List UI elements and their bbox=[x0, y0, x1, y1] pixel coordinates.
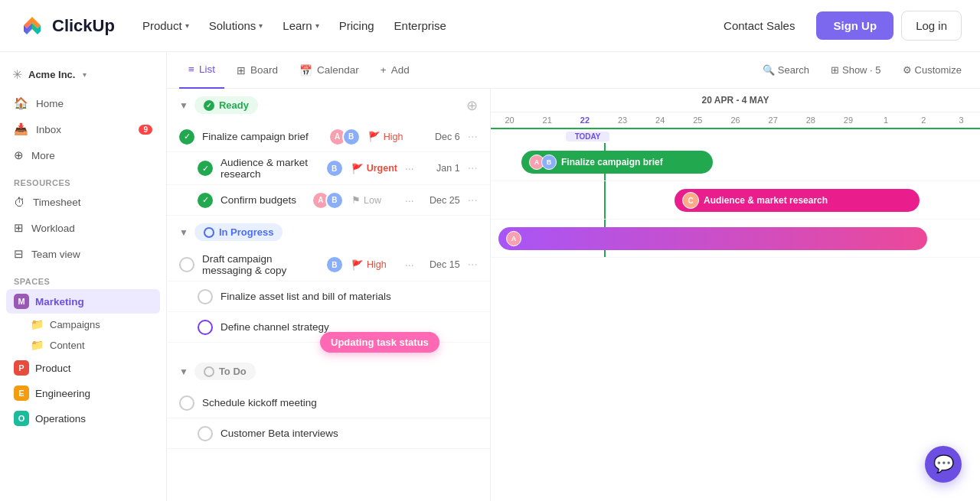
collapse-icon[interactable]: ▼ bbox=[179, 227, 188, 238]
sidebar-item-home[interactable]: 🏠 Home bbox=[6, 91, 160, 115]
show-label: Show · 5 bbox=[842, 64, 881, 76]
task-dots[interactable]: ··· bbox=[405, 259, 414, 271]
task-more-menu[interactable]: ··· bbox=[468, 194, 478, 207]
task-avatars: B bbox=[325, 159, 344, 177]
gantt-date: 1 bbox=[867, 115, 905, 125]
search-button[interactable]: 🔍 Search bbox=[756, 61, 815, 79]
chat-button[interactable]: 💬 bbox=[925, 446, 962, 483]
collapse-icon[interactable]: ▼ bbox=[179, 100, 188, 111]
workspace-selector[interactable]: ✳ Acme Inc. ▾ bbox=[0, 61, 166, 91]
task-check-done[interactable]: ✓ bbox=[198, 161, 213, 176]
updating-tooltip: Updating task status bbox=[320, 332, 439, 353]
login-button[interactable]: Log in bbox=[901, 11, 962, 41]
sidebar-nav: 🏠 Home 📥 Inbox 9 ⊕ More bbox=[0, 91, 166, 168]
task-more-menu[interactable]: ··· bbox=[468, 130, 478, 144]
sidebar-item-operations[interactable]: O Operations bbox=[6, 406, 160, 431]
sidebar-item-workload[interactable]: ⊞ Workload bbox=[6, 216, 160, 240]
space-badge-engineering: E bbox=[14, 386, 29, 401]
gantt-bar-avatar: C bbox=[682, 192, 699, 209]
gantt-row-3: A bbox=[491, 220, 980, 258]
folder-label: Campaigns bbox=[50, 319, 100, 330]
section-inprogress: ▼ In Progress Draft campaign messaging &… bbox=[167, 216, 490, 343]
sidebar-item-inbox[interactable]: 📥 Inbox 9 bbox=[6, 117, 160, 142]
gantt-bar-purple[interactable]: A bbox=[498, 227, 927, 250]
ready-dot: ✓ bbox=[204, 100, 214, 111]
signup-button[interactable]: Sign Up bbox=[816, 11, 893, 40]
sidebar-item-label: Team view bbox=[31, 249, 80, 260]
gantt-date: 28 bbox=[792, 115, 829, 125]
task-checkbox-empty[interactable] bbox=[198, 289, 213, 304]
task-checkbox-empty[interactable] bbox=[198, 426, 213, 441]
main-content: ≡ List ⊞ Board 📅 Calendar + Add 🔍 Search bbox=[167, 52, 980, 501]
board-icon: ⊞ bbox=[237, 64, 246, 76]
sidebar-item-teamview[interactable]: ⊟ Team view bbox=[6, 242, 160, 266]
task-dots[interactable]: ··· bbox=[405, 162, 414, 174]
sidebar-folder-campaigns[interactable]: 📁 Campaigns bbox=[6, 314, 160, 334]
sidebar-item-label: Home bbox=[36, 98, 64, 109]
folder-icon: 📁 bbox=[31, 339, 44, 351]
gantt-date: 2 bbox=[905, 115, 942, 125]
task-check-done[interactable]: ✓ bbox=[198, 193, 213, 208]
table-row: ✓ Confirm budgets A B ⚑ Low ··· Dec 25 ·… bbox=[167, 185, 490, 216]
task-checkbox-empty[interactable] bbox=[179, 395, 194, 411]
task-checkbox-empty[interactable] bbox=[179, 257, 194, 272]
chat-icon: 💬 bbox=[933, 454, 954, 474]
section-header-ready: ▼ ✓ Ready ⊕ bbox=[167, 89, 490, 122]
task-check-done[interactable]: ✓ bbox=[179, 129, 194, 145]
sidebar-item-timesheet[interactable]: ⏱ Timesheet bbox=[6, 190, 160, 214]
logo-text: ClickUp bbox=[52, 16, 115, 36]
sidebar-item-marketing[interactable]: M Marketing bbox=[6, 289, 160, 314]
task-more-menu[interactable]: ··· bbox=[468, 258, 478, 272]
nav-item-enterprise[interactable]: Enterprise bbox=[385, 13, 456, 38]
table-row: Customer Beta interviews bbox=[167, 418, 490, 449]
task-priority-low: ⚑ Low bbox=[351, 194, 397, 206]
nav-item-pricing[interactable]: Pricing bbox=[330, 13, 384, 38]
customize-icon: ⚙ bbox=[903, 64, 912, 76]
tab-bar: ≡ List ⊞ Board 📅 Calendar + Add 🔍 Search bbox=[167, 52, 980, 89]
task-priority-urgent: 🚩 Urgent bbox=[351, 163, 397, 174]
gantt-row-1: A B Finalize campaign brief bbox=[491, 143, 980, 181]
gantt-bar-pink[interactable]: C Audience & market research bbox=[675, 189, 920, 212]
avatar: B bbox=[325, 191, 344, 210]
section-header-todo: ▼ To Do bbox=[167, 355, 490, 388]
gantt-date-today: 22 bbox=[566, 115, 603, 125]
task-date: Dec 15 bbox=[422, 259, 460, 270]
table-row: ✓ Finalize campaign brief A B 🚩 High Dec… bbox=[167, 122, 490, 152]
logo-link[interactable]: ClickUp bbox=[18, 12, 115, 40]
tab-add[interactable]: + Add bbox=[371, 60, 419, 80]
tab-calendar[interactable]: 📅 Calendar bbox=[290, 60, 368, 81]
sidebar-item-product[interactable]: P Product bbox=[6, 356, 160, 380]
space-badge-operations: O bbox=[14, 411, 29, 426]
gantt-bar-green[interactable]: A B Finalize campaign brief bbox=[521, 151, 713, 174]
tab-label: Calendar bbox=[317, 64, 359, 76]
contact-sales-button[interactable]: Contact Sales bbox=[710, 11, 808, 40]
tab-board[interactable]: ⊞ Board bbox=[227, 60, 287, 81]
task-more-menu[interactable]: ··· bbox=[468, 161, 478, 175]
task-name: Draft campaign messaging & copy bbox=[202, 253, 318, 276]
task-name: Audience & market research bbox=[220, 157, 318, 180]
table-row: Define channel strategy Updating task st… bbox=[167, 312, 490, 343]
chevron-down-icon: ▾ bbox=[315, 21, 319, 30]
collapse-icon[interactable]: ▼ bbox=[179, 366, 188, 377]
show-button[interactable]: ⊞ Show · 5 bbox=[825, 61, 887, 79]
task-dots[interactable]: ··· bbox=[405, 194, 414, 207]
task-name: Schedule kickoff meeting bbox=[202, 397, 478, 408]
sidebar-folder-content[interactable]: 📁 Content bbox=[6, 335, 160, 355]
nav-item-product[interactable]: Product ▾ bbox=[133, 13, 198, 38]
customize-button[interactable]: ⚙ Customize bbox=[897, 61, 968, 79]
table-row: ✓ Audience & market research B 🚩 Urgent … bbox=[167, 152, 490, 185]
sidebar-item-engineering[interactable]: E Engineering bbox=[6, 381, 160, 405]
task-checkbox-empty[interactable] bbox=[198, 320, 213, 335]
task-avatars: A B bbox=[312, 191, 344, 210]
task-date: Dec 6 bbox=[422, 132, 460, 142]
sidebar-item-more[interactable]: ⊕ More bbox=[6, 143, 160, 168]
tab-list[interactable]: ≡ List bbox=[179, 52, 224, 89]
section-add-icon[interactable]: ⊕ bbox=[466, 97, 478, 114]
task-name: Confirm budgets bbox=[220, 194, 304, 206]
add-icon: + bbox=[381, 64, 387, 76]
tab-label: Board bbox=[250, 64, 278, 76]
nav-item-solutions[interactable]: Solutions ▾ bbox=[200, 13, 273, 38]
home-icon: 🏠 bbox=[14, 96, 28, 110]
chevron-down-icon: ▾ bbox=[185, 21, 189, 30]
nav-item-learn[interactable]: Learn ▾ bbox=[273, 13, 328, 38]
